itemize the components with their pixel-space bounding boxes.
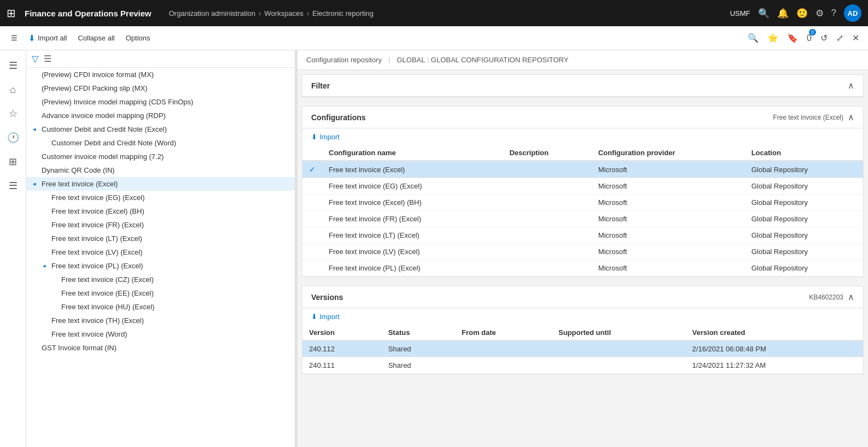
sidebar-icon-modules[interactable]: ☰ [2, 175, 24, 197]
toolbar-badge-btn[interactable]: 00 [805, 31, 814, 45]
table-row[interactable]: Free text invoice (EG) (Excel) Microsoft… [302, 178, 863, 195]
toolbar-bookmark-btn[interactable]: 🔖 [785, 31, 800, 45]
hamburger-btn[interactable]: ☰ [7, 32, 22, 44]
tree-item[interactable]: (Preview) Invoice model mapping (CDS Fin… [26, 95, 295, 109]
versions-import-icon: ⬇ [311, 313, 317, 321]
toolbar-expand-btn[interactable]: ⤢ [834, 31, 846, 45]
sidebar-icon-favorites[interactable]: ☆ [2, 103, 24, 125]
tree-item[interactable]: Free text invoice (CZ) (Excel) [26, 273, 295, 286]
col-version: Version [302, 325, 382, 340]
toolbar-search-btn[interactable]: 🔍 [745, 31, 761, 45]
tree-container: (Preview) CFDI invoice format (MX)(Previ… [26, 68, 295, 355]
row-description [503, 211, 591, 227]
filter-collapse-btn[interactable]: ∧ [848, 80, 854, 91]
versions-section-header[interactable]: Versions KB4602203 ∧ [302, 286, 863, 308]
table-row[interactable]: 240.112 Shared 2/16/2021 06:08:48 PM [302, 340, 863, 357]
filter-section-title: Filter [311, 81, 848, 90]
top-nav: ⊞ Finance and Operations Preview Organiz… [0, 0, 868, 26]
collapse-all-btn[interactable]: Collapse all [73, 32, 119, 44]
tree-item[interactable]: Free text invoice (EG) (Excel) [26, 191, 295, 204]
row-provider: Microsoft [592, 244, 745, 260]
emoji-icon-btn[interactable]: 🙂 [796, 8, 808, 19]
row-config-name: Free text invoice (FR) (Excel) [322, 211, 503, 227]
tree-item[interactable]: ◂Free text invoice (Excel) [26, 177, 295, 191]
import-all-btn[interactable]: ⬇ Import all [24, 31, 71, 45]
tree-item[interactable]: Free text invoice (LT) (Excel) [26, 232, 295, 245]
row-config-name: Free text invoice (LT) (Excel) [322, 227, 503, 244]
tree-item[interactable]: Free text invoice (LV) (Excel) [26, 245, 295, 259]
tree-item[interactable]: Customer invoice model mapping (7.2) [26, 150, 295, 163]
collapse-all-label: Collapse all [78, 34, 114, 42]
breadcrumb: Organization administration › Workspaces… [169, 9, 726, 17]
configurations-import-btn[interactable]: ⬇ Import [302, 128, 348, 145]
row-provider: Microsoft [592, 178, 745, 195]
versions-import-btn[interactable]: ⬇ Import [302, 308, 348, 325]
row-check [302, 260, 322, 277]
tree-item[interactable]: GST Invoice format (IN) [26, 341, 295, 355]
table-row[interactable]: Free text invoice (FR) (Excel) Microsoft… [302, 211, 863, 227]
tree-item[interactable]: (Preview) CFDI Packing slip (MX) [26, 81, 295, 95]
table-row[interactable]: Free text invoice (PL) (Excel) Microsoft… [302, 260, 863, 277]
help-icon-btn[interactable]: ? [831, 8, 836, 19]
tree-item[interactable]: ◂Free text invoice (PL) (Excel) [26, 259, 295, 273]
table-row[interactable]: ✓ Free text invoice (Excel) Microsoft Gl… [302, 161, 863, 178]
tree-item[interactable]: Free text invoice (Word) [26, 327, 295, 341]
user-avatar[interactable]: AD [844, 4, 861, 22]
breadcrumb-workspaces[interactable]: Workspaces [264, 9, 303, 17]
sidebar-icon-recent[interactable]: 🕐 [2, 127, 24, 149]
tree-item[interactable]: Free text invoice (TH) (Excel) [26, 314, 295, 327]
tree-item-label: Free text invoice (CZ) (Excel) [61, 275, 288, 284]
configurations-section-header[interactable]: Configurations Free text invoice (Excel)… [302, 107, 863, 128]
table-row[interactable]: 240.111 Shared 1/24/2021 11:27:32 AM [302, 357, 863, 374]
tree-item-label: GST Invoice format (IN) [42, 344, 288, 352]
tree-item[interactable]: Free text invoice (EE) (Excel) [26, 286, 295, 300]
versions-right-label: KB4602203 [809, 293, 843, 301]
tree-item[interactable]: Free text invoice (HU) (Excel) [26, 300, 295, 314]
breadcrumb-org-admin[interactable]: Organization administration [169, 9, 255, 17]
table-row[interactable]: Free text invoice (LV) (Excel) Microsoft… [302, 244, 863, 260]
row-version: 240.111 [302, 357, 382, 374]
grid-menu-icon[interactable]: ⊞ [7, 7, 16, 20]
tree-item[interactable]: Customer Debit and Credit Note (Word) [26, 136, 295, 150]
toolbar-star-btn[interactable]: ⭐ [765, 31, 780, 45]
row-location: Global Repository [745, 161, 863, 178]
settings-icon-btn[interactable]: ⚙ [815, 8, 824, 19]
row-from-date [455, 340, 552, 357]
breadcrumb-electronic-reporting[interactable]: Electronic reporting [312, 9, 374, 17]
toolbar-close-btn[interactable]: ✕ [850, 31, 861, 45]
sidebar-icon-menu[interactable]: ☰ [2, 55, 24, 77]
tree-item[interactable]: Advance invoice model mapping (RDP) [26, 109, 295, 122]
tree-item-label: Free text invoice (TH) (Excel) [51, 316, 288, 325]
options-btn[interactable]: Options [121, 32, 155, 44]
search-icon-btn[interactable]: 🔍 [758, 8, 770, 19]
content-panel: Configuration repository | GLOBAL : GLOB… [298, 50, 868, 447]
filter-section-header[interactable]: Filter ∧ [302, 75, 863, 97]
table-row[interactable]: Free text invoice (LT) (Excel) Microsoft… [302, 227, 863, 244]
versions-section-title: Versions [311, 293, 809, 302]
versions-body: ⬇ Import Version Status From date Suppor… [302, 308, 863, 374]
toolbar-refresh-btn[interactable]: ↺ [818, 31, 830, 45]
row-location: Global Repository [745, 178, 863, 195]
configurations-collapse-btn[interactable]: ∧ [848, 112, 854, 122]
notification-icon-btn[interactable]: 🔔 [777, 8, 789, 19]
tree-item-label: (Preview) CFDI Packing slip (MX) [42, 84, 288, 92]
row-supported-until [552, 357, 686, 374]
table-row[interactable]: Free text invoice (Excel) (BH) Microsoft… [302, 195, 863, 211]
tree-item[interactable]: Free text invoice (Excel) (BH) [26, 204, 295, 218]
tree-item[interactable]: Free text invoice (FR) (Excel) [26, 218, 295, 232]
options-label: Options [126, 34, 150, 42]
sidebar-icon-home[interactable]: ⌂ [2, 79, 24, 101]
tree-item-label: Dynamic QR Code (IN) [42, 166, 288, 174]
tree-item[interactable]: (Preview) CFDI invoice format (MX) [26, 68, 295, 81]
configurations-table-wrapper: Configuration name Description Configura… [302, 145, 863, 277]
tree-item[interactable]: ◂Customer Debit and Credit Note (Excel) [26, 122, 295, 136]
versions-collapse-btn[interactable]: ∧ [848, 292, 854, 302]
row-provider: Microsoft [592, 260, 745, 277]
sidebar-icon-workspaces[interactable]: ⊞ [2, 151, 24, 173]
row-status: Shared [382, 340, 455, 357]
tree-item[interactable]: Dynamic QR Code (IN) [26, 163, 295, 177]
filter-section: Filter ∧ [302, 74, 864, 97]
row-check [302, 244, 322, 260]
row-location: Global Repository [745, 227, 863, 244]
breadcrumb-sep-2: › [307, 9, 309, 17]
